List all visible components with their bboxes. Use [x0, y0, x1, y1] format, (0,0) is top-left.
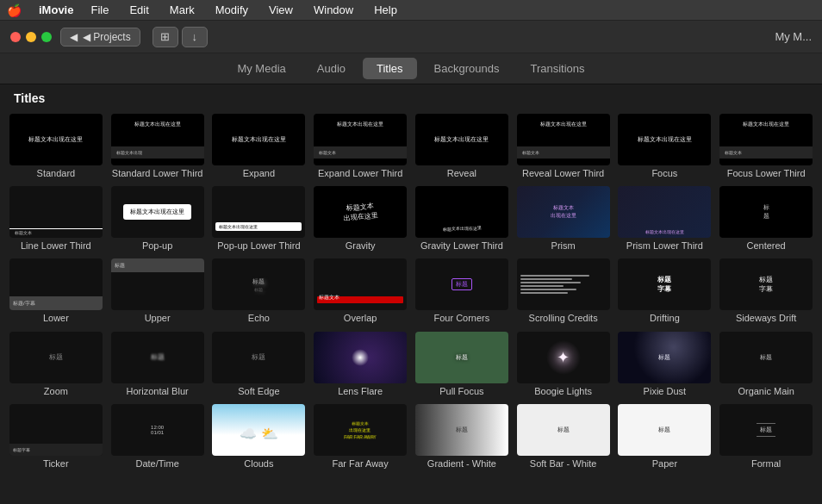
projects-button[interactable]: ◀ ◀ Projects [60, 28, 140, 47]
list-item[interactable]: 标题 Horizontal Blur [109, 330, 207, 399]
item-label: Gravity Lower Third [420, 240, 503, 252]
thumbnail-four-corners: 标题 [415, 258, 508, 310]
list-item[interactable]: 标题 Soft Edge [210, 330, 308, 399]
item-label: Gradient - White [427, 458, 496, 470]
toolbar-buttons: ⊞ ↓ [153, 27, 208, 47]
menu-help[interactable]: Help [371, 2, 401, 18]
tab-transitions[interactable]: Transitions [516, 58, 598, 79]
thumbnail-sideways-drift: 标题字幕 [719, 258, 813, 310]
list-item[interactable]: 标题/字幕 Lower [7, 257, 105, 326]
thumbnail-horizontal-blur: 标题 [111, 332, 204, 383]
menu-file[interactable]: File [87, 2, 112, 18]
menu-view[interactable]: View [265, 2, 296, 18]
list-item[interactable]: 标题文本 Line Lower Third [7, 184, 105, 253]
list-item[interactable]: 标题文本出现在这里 标题文本出现 Standard Lower Third [109, 112, 207, 181]
item-label: Formal [751, 458, 781, 470]
menu-edit[interactable]: Edit [126, 2, 152, 18]
item-label: Focus [651, 168, 677, 179]
list-item[interactable]: 标题 Centered [717, 184, 815, 253]
list-item[interactable]: 标题文本出现在这里 Focus [616, 112, 714, 181]
list-item[interactable]: 标题 Pixie Dust [616, 330, 714, 399]
list-item[interactable]: 标题文本出现在这里 Gravity Lower Third [413, 184, 511, 253]
list-item[interactable]: 标题文本 Overlap [311, 257, 409, 326]
titles-grid: 标题文本出现在这里 Standard 标题文本出现在这里 标题文本出现 Stan… [0, 109, 822, 501]
tab-titles[interactable]: Titles [363, 58, 417, 79]
list-item[interactable]: 标题文本出现在这里 标题文本 Expand Lower Third [311, 112, 409, 181]
list-item[interactable]: 标题 Four Corners [413, 257, 511, 326]
item-label: Sideways Drift [736, 313, 796, 324]
list-item[interactable]: 标题 Formal [717, 402, 815, 471]
list-item[interactable]: 标题 Soft Bar - White [514, 402, 613, 471]
close-button[interactable] [10, 32, 21, 42]
list-item[interactable]: 标题文本出现在这里 Pop-up Lower Third [210, 184, 308, 253]
thumbnail-ticker: 标题字幕 [9, 404, 103, 456]
item-label: Ticker [43, 458, 69, 470]
download-button[interactable]: ↓ [182, 27, 208, 47]
item-label: Reveal Lower Third [522, 168, 604, 179]
list-item[interactable]: 标题文本出现在这里FAR FAR AWAY Far Far Away [311, 402, 409, 471]
list-item[interactable]: 标题文本出现在这里 标题文本 Reveal Lower Third [514, 112, 613, 181]
item-label: Lens Flare [338, 386, 383, 397]
thumbnail-prism: 标题文本出现在这里 [517, 186, 610, 238]
item-label: Standard [37, 168, 76, 179]
thumbnail-centered: 标题 [719, 186, 813, 238]
titlebar: ◀ ◀ Projects ⊞ ↓ My M... [0, 21, 822, 53]
list-item[interactable]: 标题标题 Echo [210, 257, 308, 326]
thumbnail-reveal-lower: 标题文本出现在这里 标题文本 [517, 114, 610, 165]
list-item[interactable]: 标题文本出现在这里 Reveal [413, 112, 511, 181]
thumbnail-standard-lower: 标题文本出现在这里 标题文本出现 [111, 114, 204, 165]
thumbnail-clouds: ☁️ ⛅ [212, 404, 305, 456]
thumbnail-boogie-lights: ✦ [517, 332, 610, 383]
item-label: Line Lower Third [21, 240, 91, 252]
tab-audio[interactable]: Audio [303, 58, 359, 79]
list-item[interactable]: Lens Flare [311, 330, 409, 399]
tab-my-media[interactable]: My Media [223, 58, 299, 79]
thumbnail-focus-lower: 标题文本出现在这里 标题文本 [719, 114, 813, 165]
item-label: Boogie Lights [534, 386, 592, 397]
list-item[interactable]: 标题 Pull Focus [413, 330, 511, 399]
traffic-lights [10, 32, 52, 42]
projects-label: ◀ Projects [83, 31, 131, 43]
item-label: Expand [243, 168, 275, 179]
menu-mark[interactable]: Mark [166, 2, 198, 18]
thumbnail-drifting: 标题字幕 [618, 258, 711, 310]
item-label: Prism [551, 240, 576, 252]
item-label: Prism Lower Third [626, 240, 703, 252]
item-label: Reveal [447, 168, 476, 179]
list-item[interactable]: 标题 Paper [616, 402, 714, 471]
list-item[interactable]: 12:0001/01 Date/Time [109, 402, 207, 471]
thumbnail-date-time: 12:0001/01 [111, 404, 204, 456]
item-label: Paper [652, 458, 677, 470]
list-item[interactable]: 标题 Gradient - White [413, 402, 511, 471]
item-label: Centered [746, 240, 785, 252]
list-item[interactable]: ✦ Boogie Lights [514, 330, 613, 399]
minimize-button[interactable] [26, 32, 36, 42]
list-item[interactable]: 标题文本出现在这里 Standard [7, 112, 105, 181]
list-item[interactable]: Scrolling Credits [514, 257, 613, 326]
list-item[interactable]: 标题 Zoom [7, 330, 105, 399]
item-label: Lower [43, 313, 69, 324]
list-item[interactable]: 标题文本出现在这里 Expand [210, 112, 308, 181]
list-item[interactable]: 标题文本出现在这里 Pop-up [109, 184, 207, 253]
list-item[interactable]: 标题 Upper [109, 257, 207, 326]
list-item[interactable]: 标题 Organic Main [717, 330, 815, 399]
thumbnail-popup: 标题文本出现在这里 [111, 186, 204, 238]
list-item[interactable]: 标题文本出现在这里 Prism [514, 184, 613, 253]
list-item[interactable]: 标题字幕 Sideways Drift [717, 257, 815, 326]
list-item[interactable]: 标题文本出现在这里 Gravity [311, 184, 409, 253]
list-item[interactable]: 标题文本出现在这里 标题文本 Focus Lower Third [717, 112, 815, 181]
list-item[interactable]: 标题字幕 Ticker [7, 402, 105, 471]
menu-window[interactable]: Window [310, 2, 357, 18]
tab-backgrounds[interactable]: Backgrounds [420, 58, 514, 79]
item-label: Soft Edge [238, 386, 279, 397]
item-label: Echo [248, 313, 270, 324]
list-item[interactable]: ☁️ ⛅ Clouds [210, 402, 308, 471]
list-item[interactable]: 标题文本出现在这里 Prism Lower Third [616, 184, 714, 253]
chevron-left-icon: ◀ [70, 31, 78, 43]
thumbnail-zoom: 标题 [9, 332, 103, 383]
fullscreen-button[interactable] [41, 32, 52, 42]
list-item[interactable]: 标题字幕 Drifting [616, 257, 714, 326]
menu-modify[interactable]: Modify [212, 2, 252, 18]
grid-view-button[interactable]: ⊞ [153, 27, 178, 47]
thumbnail-upper: 标题 [111, 258, 204, 310]
